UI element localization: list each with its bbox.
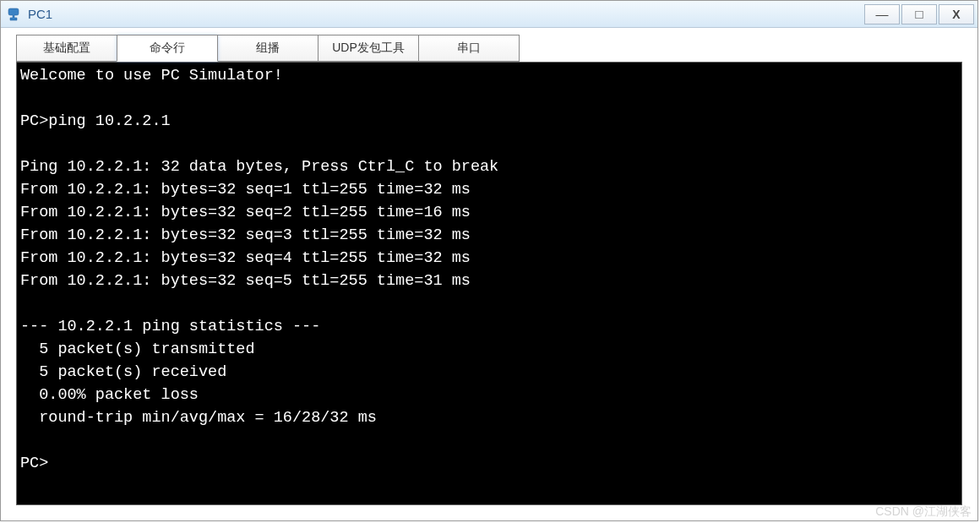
tab-serial[interactable]: 串口 xyxy=(418,35,520,62)
window-controls: — □ X xyxy=(864,4,974,25)
tab-udp-tool[interactable]: UDP发包工具 xyxy=(318,35,419,62)
terminal-container: Welcome to use PC Simulator! PC>ping 10.… xyxy=(1,62,977,520)
watermark-text: CSDN @江湖侠客 xyxy=(875,504,972,520)
tab-multicast[interactable]: 组播 xyxy=(217,35,318,62)
tabs-row: 基础配置 命令行 组播 UDP发包工具 串口 xyxy=(1,28,977,62)
terminal-output[interactable]: Welcome to use PC Simulator! PC>ping 10.… xyxy=(16,62,962,505)
minimize-button[interactable]: — xyxy=(864,4,900,25)
tab-command-line[interactable]: 命令行 xyxy=(117,35,218,62)
maximize-button[interactable]: □ xyxy=(901,4,937,25)
app-icon xyxy=(4,5,23,24)
titlebar[interactable]: PC1 — □ X xyxy=(1,1,977,28)
app-window: PC1 — □ X 基础配置 命令行 组播 UDP发包工具 串口 Welcome… xyxy=(0,0,978,521)
tab-basic-config[interactable]: 基础配置 xyxy=(16,35,117,62)
close-button[interactable]: X xyxy=(939,4,974,25)
window-title: PC1 xyxy=(28,7,864,21)
